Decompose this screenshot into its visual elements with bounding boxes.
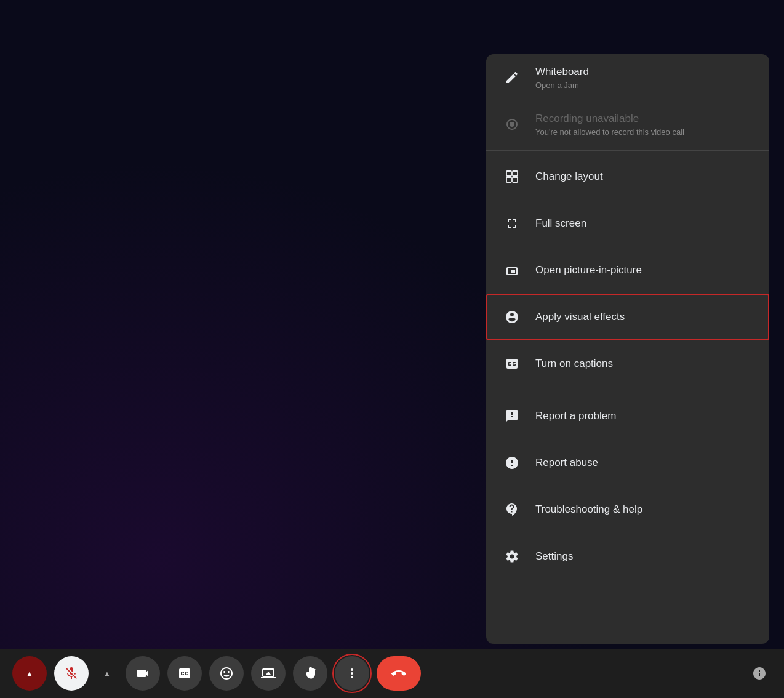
recording-subtitle: You're not allowed to record this video …	[535, 127, 684, 137]
mic-arrow-button[interactable]: ▲	[12, 656, 47, 691]
menu-item-pip[interactable]: Open picture-in-picture	[486, 247, 769, 294]
pip-icon	[503, 262, 521, 279]
change-layout-title: Change layout	[535, 170, 603, 183]
menu-item-settings[interactable]: Settings	[486, 533, 769, 580]
menu-item-change-layout[interactable]: Change layout	[486, 153, 769, 200]
settings-icon	[503, 548, 521, 565]
divider-1	[486, 150, 769, 151]
menu-item-whiteboard[interactable]: Whiteboard Open a Jam	[486, 54, 769, 101]
menu-item-fullscreen[interactable]: Full screen	[486, 200, 769, 247]
present-button[interactable]	[251, 656, 286, 691]
report-abuse-icon	[503, 454, 521, 471]
report-abuse-title: Report abuse	[535, 456, 598, 470]
svg-rect-5	[513, 177, 518, 182]
camera-arrow-button[interactable]: ▲	[96, 662, 118, 684]
more-options-button[interactable]	[335, 656, 369, 691]
recording-title: Recording unavailable	[535, 112, 684, 126]
pencil-icon	[503, 69, 521, 86]
mic-mute-button[interactable]	[54, 656, 89, 691]
report-problem-icon	[503, 407, 521, 425]
menu-item-recording: Recording unavailable You're not allowed…	[486, 101, 769, 148]
menu-item-captions[interactable]: Turn on captions	[486, 340, 769, 387]
fullscreen-title: Full screen	[535, 217, 586, 230]
svg-rect-2	[506, 171, 511, 176]
record-icon	[503, 116, 521, 133]
captions-toolbar-button[interactable]	[167, 656, 202, 691]
whiteboard-subtitle: Open a Jam	[535, 81, 589, 90]
emoji-button[interactable]	[209, 656, 244, 691]
menu-item-report-problem[interactable]: Report a problem	[486, 393, 769, 439]
end-call-button[interactable]	[377, 656, 421, 691]
pip-title: Open picture-in-picture	[535, 263, 642, 277]
report-problem-title: Report a problem	[535, 409, 616, 423]
fullscreen-icon	[503, 215, 521, 232]
visual-effects-title: Apply visual effects	[535, 310, 625, 324]
camera-button[interactable]	[126, 656, 160, 691]
layout-icon	[503, 168, 521, 185]
troubleshooting-icon	[503, 501, 521, 518]
settings-title: Settings	[535, 550, 573, 563]
troubleshooting-title: Troubleshooting & help	[535, 503, 642, 516]
svg-rect-4	[506, 177, 511, 182]
menu-item-troubleshooting[interactable]: Troubleshooting & help	[486, 486, 769, 533]
menu-item-report-abuse[interactable]: Report abuse	[486, 439, 769, 486]
menu-item-visual-effects[interactable]: Apply visual effects	[486, 294, 769, 340]
captions-title: Turn on captions	[535, 357, 613, 371]
svg-point-1	[510, 122, 514, 127]
raise-hand-button[interactable]	[293, 656, 327, 691]
svg-rect-3	[513, 171, 518, 176]
toolbar: ▲ ▲	[0, 649, 784, 698]
effects-icon	[503, 308, 521, 326]
context-menu: Whiteboard Open a Jam Recording unavaila…	[486, 54, 769, 644]
info-button[interactable]	[747, 661, 772, 686]
divider-2	[486, 390, 769, 390]
captions-icon	[503, 355, 521, 372]
whiteboard-title: Whiteboard	[535, 65, 589, 79]
